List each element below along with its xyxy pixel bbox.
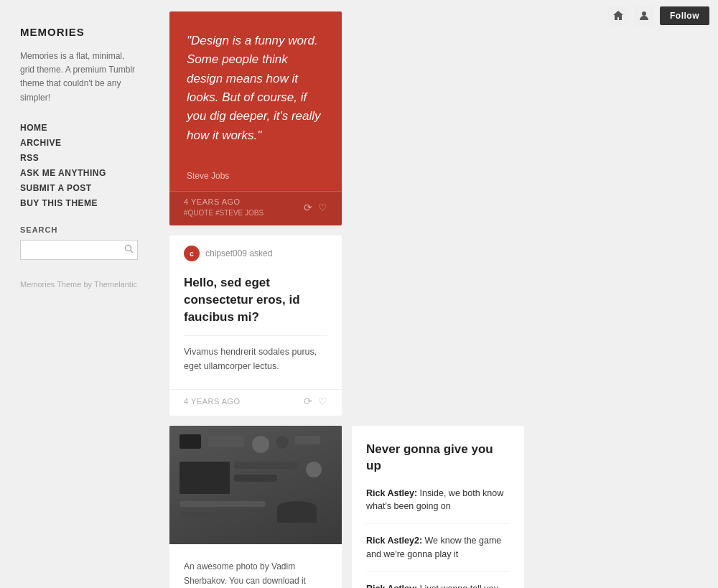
- sidebar-link-home[interactable]: HOME: [20, 123, 47, 133]
- reblog-icon[interactable]: ⟳: [304, 396, 312, 407]
- chat-line-3: Rick Astley: I just wanna tell you how I…: [366, 582, 510, 588]
- topbar: Follow: [600, 0, 718, 32]
- quote-post-footer: 4 YEARS AGO #QUOTE #STEVE JOBS ⟳ ♡: [169, 191, 342, 225]
- like-icon[interactable]: ♡: [318, 396, 327, 407]
- chat-line-2: Rick Astley2: We know the game and we're…: [366, 534, 510, 572]
- posts-grid: "Design is a funny word. Some people thi…: [169, 11, 707, 588]
- svg-point-0: [642, 11, 646, 16]
- sidebar-item-home[interactable]: HOME: [20, 122, 138, 133]
- sidebar-nav: HOME ARCHIVE RSS ASK ME ANYTHING SUBMIT …: [20, 122, 138, 208]
- quote-post-actions: ⟳ ♡: [304, 202, 327, 213]
- ask-question: Hello, sed eget consectetur eros, id fau…: [184, 274, 327, 325]
- quote-author: Steve Jobs: [187, 171, 325, 181]
- sidebar-link-buy[interactable]: BUY THIS THEME: [20, 198, 98, 208]
- sidebar-link-rss[interactable]: RSS: [20, 153, 39, 163]
- sidebar-item-archive[interactable]: ARCHIVE: [20, 137, 138, 148]
- ask-header: c chipset009 asked: [169, 235, 342, 269]
- quote-post: "Design is a funny word. Some people thi…: [169, 11, 342, 225]
- sidebar-item-submit[interactable]: SUBMIT A POST: [20, 182, 138, 193]
- site-title: MEMORIES: [20, 26, 138, 38]
- search-input[interactable]: [20, 240, 138, 260]
- chat-title: Never gonna give you up: [366, 442, 510, 473]
- ask-answer: Vivamus hendrerit sodales purus, eget ul…: [184, 345, 327, 373]
- search-wrap: [20, 240, 138, 260]
- sidebar-item-rss[interactable]: RSS: [20, 152, 138, 163]
- search-button[interactable]: [124, 244, 134, 256]
- chat-post: Never gonna give you up Rick Astley: Ins…: [352, 426, 524, 588]
- sidebar-link-archive[interactable]: ARCHIVE: [20, 138, 62, 148]
- photo-post: An awesome photo by Vadim Sherbakov. You…: [169, 426, 342, 588]
- user-button[interactable]: [634, 6, 654, 26]
- chat-line-1: Rick Astley: Inside, we both know what's…: [366, 487, 510, 525]
- ask-divider: [184, 335, 327, 336]
- quote-post-time: 4 YEARS AGO: [184, 197, 264, 206]
- sidebar: MEMORIES Memories is a flat, minimal, gr…: [0, 0, 158, 588]
- layout: MEMORIES Memories is a flat, minimal, gr…: [0, 0, 718, 588]
- sidebar-item-buy[interactable]: BUY THIS THEME: [20, 197, 138, 208]
- quote-post-tags: #QUOTE #STEVE JOBS: [184, 209, 264, 217]
- search-label: SEARCH: [20, 225, 138, 234]
- site-description: Memories is a flat, minimal, grid theme.…: [20, 50, 138, 105]
- main-content: "Design is a funny word. Some people thi…: [158, 0, 718, 588]
- svg-point-1: [126, 245, 131, 251]
- follow-button[interactable]: Follow: [660, 6, 709, 25]
- photo-image: [169, 426, 342, 544]
- ask-post-actions: ⟳ ♡: [304, 396, 327, 407]
- quote-text: "Design is a funny word. Some people thi…: [187, 32, 325, 145]
- ask-post-footer: 4 YEARS AGO ⟳ ♡: [169, 389, 342, 416]
- sidebar-link-submit[interactable]: SUBMIT A POST: [20, 183, 92, 193]
- photo-caption: An awesome photo by Vadim Sherbakov. You…: [184, 560, 327, 588]
- quote-post-body: "Design is a funny word. Some people thi…: [169, 11, 342, 171]
- ask-asker: chipset009 asked: [205, 248, 272, 258]
- ask-avatar: c: [184, 246, 200, 261]
- ask-post-time: 4 YEARS AGO: [184, 397, 241, 406]
- reblog-icon[interactable]: ⟳: [304, 202, 312, 213]
- sidebar-credit: Memories Theme by Themelantic: [20, 280, 138, 289]
- sidebar-link-ask[interactable]: ASK ME ANYTHING: [20, 168, 106, 178]
- like-icon[interactable]: ♡: [318, 202, 327, 213]
- sidebar-item-ask[interactable]: ASK ME ANYTHING: [20, 167, 138, 178]
- svg-line-2: [131, 250, 134, 253]
- ask-post: c chipset009 asked Hello, sed eget conse…: [169, 235, 342, 416]
- home-button[interactable]: [608, 6, 628, 26]
